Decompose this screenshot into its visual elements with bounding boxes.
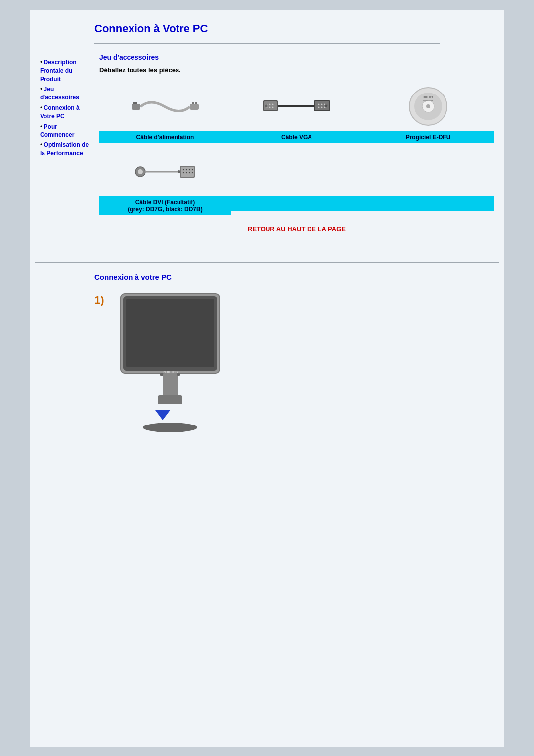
svg-point-43 <box>192 172 193 173</box>
svg-point-23 <box>265 104 267 107</box>
svg-point-37 <box>186 169 187 170</box>
monitor-diagram: 1) PHILIPS <box>94 289 440 434</box>
svg-point-40 <box>183 172 184 173</box>
main-content: Jeu d'accessoires Déballez toutes les pi… <box>94 53 504 252</box>
unpack-text: Déballez toutes les pièces. <box>99 66 494 74</box>
svg-point-10 <box>272 103 274 105</box>
power-cable-label: Câble d'alimentation <box>99 131 231 143</box>
sidebar-item-description[interactable]: • Description Frontale du Produit <box>40 58 89 83</box>
step-number: 1) <box>94 294 104 307</box>
cd-image: PHILIPS Digital Use <box>362 82 494 131</box>
dvi-cable-cell: Câble DVI (Facultatif) (grey: DD7G, blac… <box>99 147 231 215</box>
sidebar-item-connexion[interactable]: • Connexion à Votre PC <box>40 104 89 121</box>
svg-rect-49 <box>163 373 178 398</box>
svg-point-24 <box>325 104 328 107</box>
svg-rect-3 <box>190 104 199 110</box>
empty-label-1 <box>231 196 362 211</box>
vga-cable-icon <box>262 88 331 125</box>
svg-marker-51 <box>155 410 170 420</box>
svg-point-18 <box>321 103 323 105</box>
accessories-images-row: Câble d'alimentation <box>99 82 494 143</box>
svg-text:Digital Use: Digital Use <box>423 99 433 102</box>
vga-cable-label: Câble VGA <box>231 131 362 143</box>
svg-point-42 <box>189 172 190 173</box>
vga-cable-image <box>231 82 362 131</box>
retour-link[interactable]: RETOUR AU HAUT DE LA PAGE <box>248 225 346 233</box>
monitor-svg: PHILIPS <box>113 289 227 432</box>
cd-cell: PHILIPS Digital Use Progiciel E-DFU <box>362 82 494 143</box>
svg-rect-53 <box>160 373 163 376</box>
monitor-illustration: PHILIPS <box>113 289 227 434</box>
sidebar-item-pour[interactable]: • Pour Commencer <box>40 123 89 140</box>
retour-section: RETOUR AU HAUT DE LA PAGE <box>99 215 494 242</box>
svg-point-9 <box>269 103 271 105</box>
connect-heading: Connexion à votre PC <box>94 273 440 281</box>
power-cable-icon <box>131 88 200 125</box>
svg-point-52 <box>143 423 197 432</box>
svg-point-32 <box>138 169 143 174</box>
sidebar-item-optimisation[interactable]: • Optimisation de la Performance <box>40 141 89 158</box>
svg-rect-35 <box>181 167 194 177</box>
page-title: Connexion à Votre PC <box>30 10 504 43</box>
svg-point-21 <box>321 106 323 108</box>
svg-point-13 <box>272 106 274 108</box>
svg-point-39 <box>192 169 193 170</box>
svg-rect-0 <box>132 104 140 110</box>
svg-point-44 <box>178 170 180 173</box>
svg-point-17 <box>318 103 320 105</box>
svg-rect-2 <box>135 102 137 104</box>
svg-point-36 <box>183 169 184 170</box>
empty-label-2 <box>362 196 494 211</box>
empty-cell-2 <box>362 147 494 215</box>
svg-rect-5 <box>195 102 197 104</box>
svg-point-12 <box>269 106 271 108</box>
svg-text:PHILIPS: PHILIPS <box>423 96 433 99</box>
cd-disc-icon: PHILIPS Digital Use <box>407 86 449 128</box>
svg-rect-47 <box>126 299 214 367</box>
page-container: Connexion à Votre PC • Description Front… <box>30 10 504 747</box>
svg-rect-50 <box>158 395 182 404</box>
svg-point-38 <box>189 169 190 170</box>
connect-section: Connexion à votre PC 1) PHILIPS <box>30 263 504 444</box>
svg-rect-54 <box>177 373 180 376</box>
cd-label: Progiciel E-DFU <box>362 131 494 143</box>
sidebar-item-jeu[interactable]: • Jeu d'accessoires <box>40 85 89 102</box>
vga-cable-cell: Câble VGA <box>231 82 362 143</box>
power-cable-image <box>99 82 231 131</box>
accessories-grid: Câble d'alimentation <box>99 82 494 215</box>
svg-rect-4 <box>192 102 194 104</box>
svg-rect-1 <box>134 102 135 104</box>
svg-point-28 <box>426 104 430 108</box>
svg-point-41 <box>186 172 187 173</box>
dvi-cable-image <box>99 147 231 196</box>
sidebar: • Description Frontale du Produit • Jeu … <box>30 53 94 252</box>
accessories-heading: Jeu d'accessoires <box>99 53 494 61</box>
svg-point-20 <box>318 106 320 108</box>
dvi-cable-label: Câble DVI (Facultatif) (grey: DD7G, blac… <box>99 196 231 215</box>
content-area: • Description Frontale du Produit • Jeu … <box>30 44 504 262</box>
dvi-cable-icon <box>133 157 197 187</box>
dvi-row: Câble DVI (Facultatif) (grey: DD7G, blac… <box>99 147 494 215</box>
power-cable-cell: Câble d'alimentation <box>99 82 231 143</box>
empty-cell-1 <box>231 147 362 215</box>
